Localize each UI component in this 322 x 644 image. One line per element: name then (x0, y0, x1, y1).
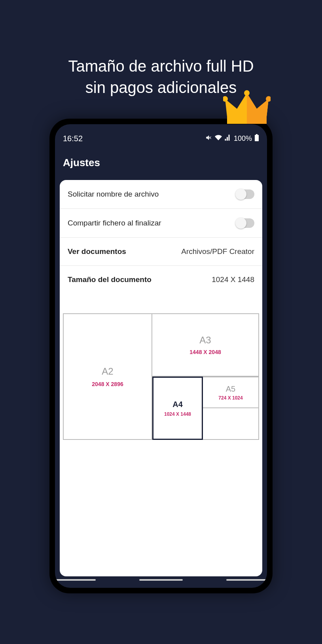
paper-dims: 1024 X 1448 (164, 411, 191, 417)
paper-option-a5[interactable]: A5 724 X 1024 (203, 377, 259, 408)
paper-blank (203, 408, 259, 440)
paper-option-a4[interactable]: A4 1024 X 1448 (152, 377, 203, 440)
setting-label: Compartir fichero al finalizar (68, 219, 161, 227)
promo-line2: sin pagos adicionales (0, 77, 322, 98)
setting-share-on-finish[interactable]: Compartir fichero al finalizar (60, 209, 262, 238)
svg-rect-6 (256, 134, 258, 135)
paper-dims: 724 X 1024 (218, 395, 242, 401)
toggle-request-filename[interactable] (236, 189, 254, 199)
svg-point-1 (244, 90, 250, 96)
paper-option-a2[interactable]: A2 2048 X 2896 (63, 313, 152, 440)
status-bar: 16:52 100% (55, 127, 267, 150)
nav-bar[interactable] (55, 579, 267, 581)
paper-dims: 2048 X 2896 (92, 381, 123, 387)
setting-request-filename[interactable]: Solicitar nombre de archivo (60, 180, 262, 209)
status-indicators: 100% (205, 134, 259, 143)
paper-label: A3 (199, 335, 211, 346)
setting-label: Ver documentos (68, 247, 126, 256)
page-title: Ajustes (55, 150, 267, 176)
paper-label: A5 (226, 385, 235, 394)
setting-document-size[interactable]: Tamaño del documento 1024 X 1448 (60, 266, 262, 294)
battery-icon (254, 134, 259, 143)
promo-heading: Tamaño de archivo full HD sin pagos adic… (0, 0, 322, 98)
paper-dims: 1448 X 2048 (189, 349, 221, 355)
paper-label: A2 (102, 366, 113, 377)
phone-mockup: 16:52 100% Ajustes (49, 119, 273, 593)
paper-option-a3[interactable]: A3 1448 X 2048 (152, 313, 259, 377)
status-time: 16:52 (63, 134, 83, 143)
wifi-icon (215, 134, 222, 143)
crown-icon (223, 89, 271, 129)
settings-card: Solicitar nombre de archivo Compartir fi… (60, 180, 262, 576)
toggle-share-on-finish[interactable] (236, 218, 254, 228)
battery-text: 100% (234, 134, 252, 143)
paper-label: A4 (172, 400, 183, 409)
paper-size-selector: A2 2048 X 2896 A3 1448 X 2048 A4 1024 X … (63, 313, 259, 440)
signal-icon (224, 134, 231, 143)
mute-icon (205, 134, 212, 143)
setting-label: Solicitar nombre de archivo (68, 190, 159, 199)
setting-view-documents[interactable]: Ver documentos Archivos/PDF Creator (60, 238, 262, 266)
phone-screen: 16:52 100% Ajustes (55, 124, 267, 588)
svg-rect-5 (255, 135, 259, 141)
promo-line1: Tamaño de archivo full HD (0, 55, 322, 77)
setting-label: Tamaño del documento (68, 275, 152, 284)
setting-value: 1024 X 1448 (212, 275, 254, 284)
svg-rect-4 (247, 117, 267, 124)
setting-value: Archivos/PDF Creator (181, 247, 254, 256)
